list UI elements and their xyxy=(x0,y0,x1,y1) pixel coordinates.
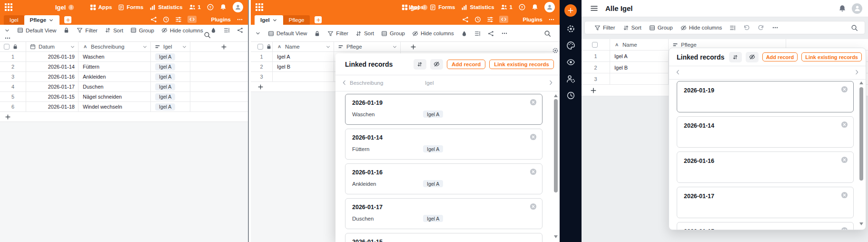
avatar[interactable] xyxy=(852,3,862,14)
cell-beschreibung[interactable]: Füttern xyxy=(79,62,151,71)
help-icon[interactable] xyxy=(207,4,214,10)
column-header-datum[interactable]: Datum xyxy=(26,42,79,51)
sort-records-button[interactable] xyxy=(729,52,742,62)
row-number[interactable]: 1 xyxy=(0,52,26,61)
row-height-icon[interactable] xyxy=(730,25,736,31)
cell-name[interactable]: Igel B xyxy=(610,62,669,73)
group-button[interactable]: Group xyxy=(381,30,405,37)
undo-icon[interactable] xyxy=(743,24,750,31)
tab-igel[interactable]: Igel xyxy=(255,15,283,25)
tab-igel[interactable]: Igel xyxy=(4,15,24,25)
share-view-icon[interactable] xyxy=(488,30,494,37)
api-code-button[interactable] xyxy=(187,16,197,23)
visibility-icon[interactable] xyxy=(566,58,575,67)
bell-icon[interactable] xyxy=(838,5,846,12)
cell-igel[interactable]: Igel A xyxy=(151,102,190,111)
group-button[interactable]: Group xyxy=(130,27,154,33)
view-settings-icon[interactable] xyxy=(175,16,182,23)
linked-record-card[interactable]: 2026-01-15 xyxy=(677,222,854,230)
hide-fields-button[interactable] xyxy=(746,52,759,62)
scroll-up-icon[interactable] xyxy=(859,81,863,84)
link-badge[interactable]: Igel A xyxy=(155,103,175,111)
nav-apps[interactable]: Apps xyxy=(90,4,112,10)
unlink-icon[interactable] xyxy=(841,86,848,93)
chevron-right-icon[interactable] xyxy=(854,69,860,75)
filter-button[interactable]: Filter xyxy=(77,27,98,33)
search-icon[interactable] xyxy=(851,24,858,31)
bell-icon[interactable] xyxy=(220,4,227,10)
history-icon[interactable] xyxy=(474,16,481,23)
linked-record-card[interactable]: 2026-01-15 xyxy=(345,233,542,242)
unlink-icon[interactable] xyxy=(841,156,848,163)
api-code-button[interactable] xyxy=(499,16,508,23)
hide-columns-button[interactable]: Hide columns xyxy=(681,25,722,31)
chevron-down-icon[interactable] xyxy=(142,44,148,50)
tab-pflege[interactable]: Pflege xyxy=(24,15,60,25)
search-icon[interactable] xyxy=(204,31,211,39)
sort-button[interactable]: Sort xyxy=(623,25,641,31)
row-number[interactable]: 4 xyxy=(0,82,26,91)
theme-icon[interactable] xyxy=(566,41,575,50)
cell-igel[interactable]: Igel A xyxy=(151,82,190,91)
linked-record-card[interactable]: 2026-01-16 AnkleidenIgel A xyxy=(345,163,542,194)
share-icon[interactable] xyxy=(462,16,469,23)
help-icon[interactable] xyxy=(519,4,525,10)
plugins-button[interactable]: Plugins xyxy=(514,16,542,22)
link-badge[interactable]: Igel A xyxy=(155,53,175,60)
row-number[interactable]: 5 xyxy=(0,92,26,101)
link-badge[interactable]: Igel A xyxy=(423,180,443,187)
cell-beschreibung[interactable]: Ankleiden xyxy=(79,72,151,81)
view-switcher[interactable]: Default View xyxy=(268,30,307,37)
link-badge[interactable]: Igel A xyxy=(155,83,175,91)
scrollbar-thumb[interactable] xyxy=(554,99,558,192)
avatar[interactable] xyxy=(233,2,243,12)
view-settings-icon[interactable] xyxy=(487,16,493,23)
history-icon[interactable] xyxy=(163,16,169,23)
linked-record-card[interactable]: 2026-01-16 xyxy=(677,151,854,183)
cell-name[interactable]: Igel A xyxy=(610,50,669,61)
add-column-button[interactable] xyxy=(401,42,560,51)
cell-datum[interactable]: 2026-01-15 xyxy=(26,92,79,101)
row-number[interactable]: 3 xyxy=(582,73,610,84)
redo-icon[interactable] xyxy=(758,24,764,31)
unlink-icon[interactable] xyxy=(841,227,848,230)
view-switcher[interactable]: Default View xyxy=(17,27,56,33)
scroll-down-icon[interactable] xyxy=(859,222,863,225)
more-icon[interactable] xyxy=(548,16,555,23)
linked-record-card[interactable]: 2026-01-17 xyxy=(677,187,854,218)
menu-icon[interactable] xyxy=(590,4,598,12)
settings-icon[interactable] xyxy=(566,24,575,33)
chevron-down-icon[interactable] xyxy=(392,44,397,50)
cell-igel[interactable]: Igel A xyxy=(151,52,190,61)
info-icon[interactable] xyxy=(68,4,74,10)
linked-record-card[interactable]: 2026-01-17 DuschenIgel A xyxy=(345,198,542,229)
unlink-icon[interactable] xyxy=(530,168,537,175)
group-button[interactable]: Group xyxy=(649,25,673,31)
info-icon[interactable] xyxy=(422,4,428,10)
plugins-button[interactable]: Plugins xyxy=(202,16,231,22)
cell-beschreibung[interactable]: Nägel schneiden xyxy=(79,92,151,101)
row-height-icon[interactable] xyxy=(224,27,230,33)
link-badge[interactable]: Igel A xyxy=(423,215,443,222)
linked-record-card[interactable]: 2026-01-14 FütternIgel A xyxy=(345,129,542,160)
select-all-checkbox[interactable] xyxy=(257,44,263,50)
add-column-button[interactable] xyxy=(190,42,248,51)
add-record-button[interactable]: Add record xyxy=(447,60,485,69)
lock-icon[interactable] xyxy=(63,27,69,33)
color-icon[interactable] xyxy=(210,27,217,33)
link-badge[interactable]: Igel A xyxy=(155,63,175,71)
row-number[interactable]: 6 xyxy=(0,102,26,111)
avatar[interactable] xyxy=(544,2,555,12)
unlink-icon[interactable] xyxy=(530,203,537,210)
collapse-icon[interactable] xyxy=(4,28,10,33)
add-row[interactable] xyxy=(0,112,248,122)
collapse-icon[interactable] xyxy=(255,30,261,36)
unlink-icon[interactable] xyxy=(841,121,848,128)
row-number[interactable]: 3 xyxy=(0,72,26,81)
app-logo-icon[interactable] xyxy=(256,3,263,11)
add-table-button[interactable] xyxy=(64,16,71,23)
sort-records-button[interactable] xyxy=(414,59,426,70)
nav-forms[interactable]: Forms xyxy=(430,4,455,10)
search-icon[interactable] xyxy=(544,30,551,37)
tab-pflege[interactable]: Pflege xyxy=(283,15,310,25)
